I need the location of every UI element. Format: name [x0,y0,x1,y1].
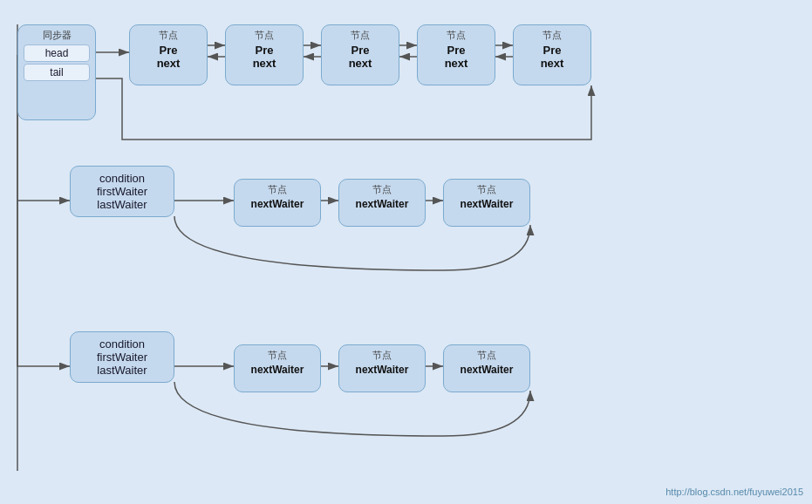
waiter-node-2-1: 节点 nextWaiter [234,344,321,392]
cond-box-2-condition: condition [74,337,170,351]
pre-node-2-label: 节点 [229,29,299,42]
waiter-node-2-2-field: nextWaiter [343,364,421,376]
cond-box-2-lastwaiter: lastWaiter [74,364,170,377]
cond-box-1: condition firstWaiter lastWaiter [70,166,174,217]
pre-node-1-pre: Pre [133,44,203,57]
pre-node-3-pre: Pre [325,44,395,57]
sync-tail-field: tail [24,64,90,81]
pre-node-4-next: next [421,57,491,70]
waiter-node-1-2-field: nextWaiter [343,198,421,210]
waiter-node-1-3-field: nextWaiter [447,198,526,210]
waiter-node-1-1-field: nextWaiter [238,198,317,210]
waiter-node-2-1-label: 节点 [238,349,317,362]
waiter-node-1-2: 节点 nextWaiter [338,179,426,227]
waiter-node-1-2-label: 节点 [343,183,421,196]
pre-node-4: 节点 Pre next [417,24,495,85]
waiter-node-2-2-label: 节点 [343,349,421,362]
waiter-node-1-3-label: 节点 [447,183,526,196]
sync-box: 同步器 head tail [17,24,96,120]
pre-node-1: 节点 Pre next [129,24,208,85]
waiter-node-2-3: 节点 nextWaiter [443,344,530,392]
waiter-node-2-1-field: nextWaiter [238,364,317,376]
waiter-node-2-3-label: 节点 [447,349,526,362]
pre-node-1-next: next [133,57,203,70]
pre-node-5-pre: Pre [517,44,587,57]
waiter-node-1-3: 节点 nextWaiter [443,179,530,227]
pre-node-4-label: 节点 [421,29,491,42]
cond-box-2-firstwaiter: firstWaiter [74,351,170,364]
sync-head-field: head [24,44,90,62]
diagram-container: 同步器 head tail 节点 Pre next 节点 Pre next 节点… [0,0,812,504]
waiter-node-2-2: 节点 nextWaiter [338,344,426,392]
pre-node-5-label: 节点 [517,29,587,42]
pre-node-3-next: next [325,57,395,70]
pre-node-3-label: 节点 [325,29,395,42]
pre-node-3: 节点 Pre next [321,24,399,85]
pre-node-2: 节点 Pre next [225,24,304,85]
pre-node-5: 节点 Pre next [513,24,591,85]
watermark: http://blog.csdn.net/fuyuwei2015 [665,487,803,497]
waiter-node-2-3-field: nextWaiter [447,364,526,376]
cond-box-1-condition: condition [74,172,170,185]
pre-node-2-next: next [229,57,299,70]
cond-box-2: condition firstWaiter lastWaiter [70,331,174,383]
waiter-node-1-1: 节点 nextWaiter [234,179,321,227]
pre-node-4-pre: Pre [421,44,491,57]
pre-node-1-label: 节点 [133,29,203,42]
pre-node-5-next: next [517,57,587,70]
sync-title: 同步器 [22,29,92,42]
cond-box-1-firstwaiter: firstWaiter [74,185,170,198]
cond-box-1-lastwaiter: lastWaiter [74,198,170,211]
pre-node-2-pre: Pre [229,44,299,57]
waiter-node-1-1-label: 节点 [238,183,317,196]
arrows-svg [0,0,812,504]
